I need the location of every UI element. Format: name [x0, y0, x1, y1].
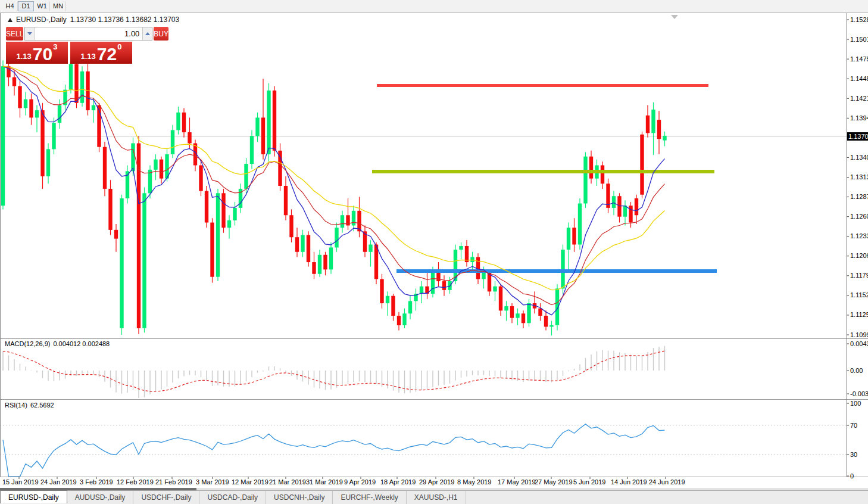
candle-body — [380, 279, 383, 303]
candle-body — [567, 228, 570, 250]
candle-body — [120, 198, 123, 328]
candle-body — [402, 313, 406, 325]
candle-body — [431, 272, 435, 294]
candle-body — [510, 306, 514, 318]
candle-body — [436, 272, 440, 281]
candle-body — [549, 325, 553, 326]
chart-tab-eurchf-weekly[interactable]: EURCHF-,Weekly — [333, 491, 406, 504]
candle-body — [583, 157, 587, 204]
chart-tab-xauusd-h1[interactable]: XAUUSD-,H1 — [407, 491, 466, 504]
timeframe-button-d1[interactable]: D1 — [18, 1, 34, 11]
candle-body — [273, 91, 276, 151]
candle-body — [408, 301, 412, 313]
candle-body — [352, 211, 355, 226]
candle-body — [131, 144, 135, 172]
candle-body — [578, 204, 582, 245]
candle-body — [459, 246, 463, 250]
candle-body — [369, 245, 372, 252]
candle-body — [555, 288, 559, 325]
candle-body — [289, 215, 293, 237]
chart-tab-usdchf-daily[interactable]: USDCHF-,Daily — [133, 491, 199, 504]
candle-body — [103, 147, 107, 189]
candle-body — [538, 309, 542, 316]
candle-body — [160, 160, 163, 179]
candle-body — [629, 206, 632, 222]
buy-price-button[interactable]: 1.13 72 0 — [70, 42, 132, 64]
candle-body — [397, 316, 401, 325]
candle-body — [92, 105, 95, 110]
candle-body — [250, 136, 254, 164]
candle-body — [52, 123, 55, 149]
timeframe-toolbar: H4 D1 W1 MN — [0, 0, 868, 13]
candle-body — [171, 130, 174, 154]
chart-tab-audusd-daily[interactable]: AUDUSD-,Daily — [67, 491, 134, 504]
chart-canvas — [0, 0, 868, 504]
candle-body — [544, 316, 548, 326]
chart-tab-usdcnh-daily[interactable]: USDCNH-,Daily — [266, 491, 333, 504]
sell-price-prefix: 1.13 — [17, 52, 32, 60]
candle-body — [46, 149, 50, 176]
chart-ohlc-label: 1.13730 1.13736 1.13682 1.13703 — [70, 15, 180, 24]
candle-body — [335, 228, 338, 247]
chart-symbol-label: EURUSD-,Daily — [16, 15, 67, 24]
buy-price-pipette: 0 — [117, 43, 121, 51]
buy-button[interactable]: BUY — [154, 27, 168, 41]
macd-name: MACD(12,26,9) — [5, 340, 50, 347]
chart-tabs-bar: EURUSD-,Daily AUDUSD-,Daily USDCHF-,Dail… — [0, 490, 868, 504]
chart-tab-eurusd-daily[interactable]: EURUSD-,Daily — [0, 490, 67, 503]
candle-body — [623, 206, 627, 216]
candle-body — [182, 113, 186, 132]
candle-body — [142, 193, 146, 328]
bid-price-tag: 1.13703 — [847, 132, 868, 141]
sell-price-main: 70 — [33, 47, 52, 61]
volume-decrease-button[interactable] — [25, 27, 35, 40]
volume-increase-button[interactable] — [142, 27, 152, 40]
ma-slow-line — [3, 66, 665, 290]
timeframe-button-mn[interactable]: MN — [50, 1, 66, 11]
candle-body — [522, 313, 525, 323]
chart-tab-usdcad-daily[interactable]: USDCAD-,Daily — [199, 491, 266, 504]
candle-body — [35, 110, 39, 117]
candle-body — [635, 198, 638, 215]
candle-body — [221, 193, 225, 228]
candle-body — [205, 191, 208, 223]
chart-title: EURUSD-,Daily 1.13730 1.13736 1.13682 1.… — [8, 15, 183, 24]
arrow-down-icon — [27, 32, 32, 35]
candle-body — [278, 151, 282, 186]
candle-body — [255, 117, 259, 136]
macd-signal-line — [3, 351, 665, 391]
candle-body — [307, 235, 310, 262]
rsi-indicator-label: RSI(14)62.5692 — [5, 402, 57, 409]
candle-body — [301, 235, 304, 251]
candle-body — [58, 105, 61, 123]
candle-body — [420, 287, 423, 294]
candle-body — [148, 170, 152, 193]
candle-body — [386, 296, 389, 303]
sell-button[interactable]: SELL — [6, 27, 23, 41]
chart-shift-marker-icon[interactable] — [671, 15, 678, 19]
candle-body — [233, 208, 236, 220]
sell-price-button[interactable]: 1.13 70 3 — [6, 42, 68, 64]
mt4-chart-window: H4 D1 W1 MN 1.152851.150151.147501.14480… — [0, 0, 868, 504]
candle-body — [640, 135, 644, 195]
candle-body — [476, 257, 480, 279]
candle-body — [516, 313, 519, 318]
trendline — [372, 170, 714, 173]
candle-body — [295, 237, 299, 252]
candle-body — [216, 193, 220, 276]
candle-body — [493, 287, 497, 292]
candle-body — [657, 120, 661, 139]
volume-stepper — [24, 27, 152, 41]
candle-body — [442, 281, 446, 290]
candle-body — [391, 296, 395, 316]
candle-body — [69, 64, 73, 90]
candle-body — [617, 196, 621, 216]
candle-body — [612, 196, 616, 208]
candle-body — [323, 255, 327, 270]
candle-body — [267, 91, 270, 154]
timeframe-button-h4[interactable]: H4 — [2, 1, 18, 11]
buy-price-prefix: 1.13 — [81, 52, 96, 60]
volume-input[interactable] — [35, 27, 142, 40]
candle-body — [108, 189, 112, 230]
timeframe-button-w1[interactable]: W1 — [34, 1, 50, 11]
